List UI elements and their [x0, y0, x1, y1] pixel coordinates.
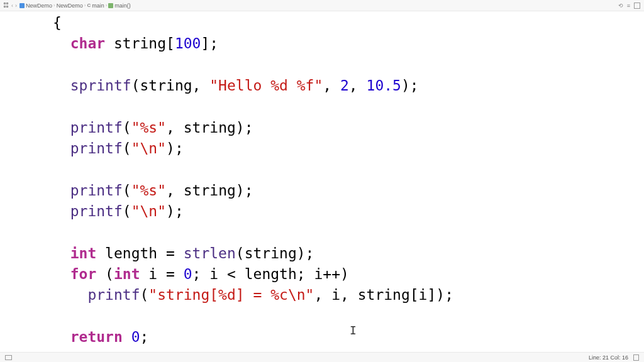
string-literal: "%s"	[131, 182, 166, 199]
project-icon	[19, 3, 25, 8]
string-literal: "\n"	[131, 203, 166, 219]
refresh-icon[interactable]: ⟲	[618, 3, 623, 9]
string-literal: "\n"	[131, 140, 166, 156]
breadcrumb-label: NewDemo	[26, 3, 52, 9]
code-text: ,	[323, 77, 340, 94]
code-text: (	[123, 119, 131, 136]
breadcrumb-item-function[interactable]: main()	[108, 3, 131, 9]
code-text: ;	[140, 329, 149, 345]
code-text: (string,	[131, 77, 210, 94]
function-call: printf	[70, 203, 123, 219]
code-text: , i, string[i]);	[314, 287, 453, 303]
code-text: length =	[96, 245, 183, 261]
breadcrumb-label: NewDemo	[57, 3, 83, 9]
editor-gutter	[0, 11, 16, 352]
keyword: for	[70, 266, 97, 282]
top-bar: ‹ › NewDemo › NewDemo › C main › main() …	[0, 0, 644, 11]
nav-back-icon[interactable]: ‹	[11, 3, 13, 9]
string-literal: "Hello %d %f"	[209, 77, 323, 94]
function-call: strlen	[184, 245, 236, 261]
number: 10.5	[367, 77, 401, 94]
code-text	[123, 329, 131, 345]
editor: { char string[100]; sprintf(string, "Hel…	[0, 11, 644, 352]
breadcrumb-item-folder[interactable]: NewDemo	[57, 3, 83, 9]
breadcrumb: NewDemo › NewDemo › C main › main()	[19, 3, 616, 9]
code-text: , string);	[166, 119, 253, 136]
keyword: int	[70, 245, 97, 261]
cursor-position: Line: 21 Col: 16	[589, 354, 628, 361]
top-right-icons: ⟲ ≡	[618, 3, 640, 9]
keyword: return	[70, 329, 123, 345]
nav-icons: ‹ ›	[4, 3, 17, 9]
code-text: ];	[201, 35, 218, 52]
function-icon	[108, 3, 113, 8]
breadcrumb-separator-icon: ›	[106, 3, 108, 8]
function-call: printf	[70, 182, 123, 199]
string-literal: "string[%d] = %c\n"	[148, 287, 314, 303]
code-text: (	[96, 266, 114, 282]
panel-toggle-icon[interactable]	[634, 3, 640, 9]
code-text: (	[123, 203, 131, 219]
layout-grid-icon[interactable]	[4, 3, 9, 8]
function-call: printf	[70, 140, 123, 156]
code-text: i =	[140, 266, 184, 282]
code-text: (string);	[236, 245, 314, 261]
breadcrumb-separator-icon: ›	[84, 3, 86, 8]
bottom-left	[5, 355, 12, 360]
function-call: printf	[87, 287, 140, 303]
code-text: );	[166, 140, 184, 156]
number: 100	[175, 35, 201, 52]
page-icon[interactable]	[633, 354, 639, 361]
nav-forward-icon[interactable]: ›	[15, 3, 17, 9]
number: 2	[340, 77, 349, 94]
function-call: sprintf	[70, 77, 131, 94]
list-icon[interactable]: ≡	[627, 3, 630, 9]
code-text: ,	[349, 77, 367, 94]
function-call: printf	[70, 119, 123, 136]
code-text: (	[123, 182, 131, 199]
string-literal: "%s"	[131, 119, 166, 136]
number: 0	[184, 266, 192, 282]
panel-icon[interactable]	[5, 355, 12, 360]
bottom-bar: Line: 21 Col: 16	[0, 352, 644, 362]
code-area[interactable]: { char string[100]; sprintf(string, "Hel…	[16, 11, 644, 352]
breadcrumb-label: main	[92, 3, 104, 9]
code-text: (	[140, 287, 148, 303]
breadcrumb-label: main()	[114, 3, 131, 9]
code-line: {	[53, 14, 62, 31]
keyword: int	[114, 266, 140, 282]
breadcrumb-item-file[interactable]: C main	[87, 3, 104, 9]
code-text: (	[123, 140, 131, 156]
bottom-right: Line: 21 Col: 16	[589, 354, 639, 361]
text-cursor-icon: I	[350, 322, 350, 335]
code-text: );	[166, 203, 184, 219]
breadcrumb-item-project[interactable]: NewDemo	[19, 3, 52, 9]
breadcrumb-separator-icon: ›	[53, 3, 55, 8]
keyword: char	[70, 35, 105, 52]
code-text: , string);	[166, 182, 253, 199]
code-text: string[	[105, 35, 175, 52]
code-text: ; i < length; i++)	[192, 266, 349, 282]
c-file-icon: C	[87, 3, 91, 8]
code-text: );	[401, 77, 419, 94]
number: 0	[131, 329, 140, 345]
